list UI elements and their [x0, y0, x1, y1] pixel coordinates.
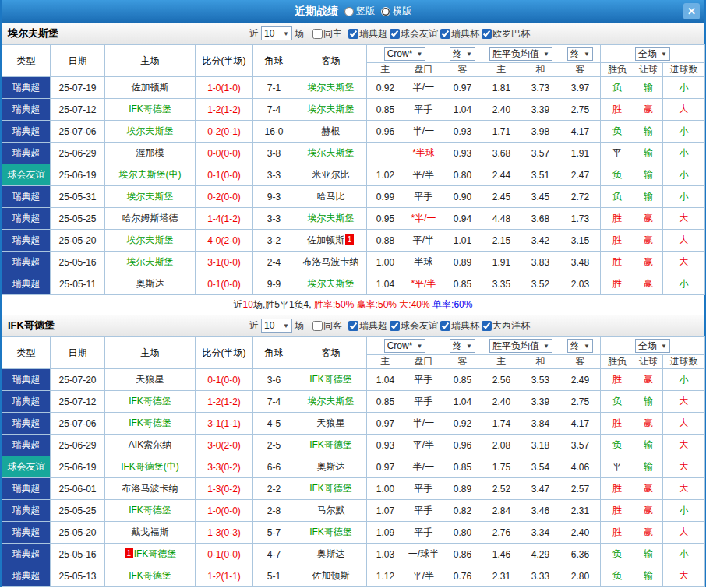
match-row: 瑞典超25-06-01布洛马波卡纳1-3(0-2)2-2IFK哥德堡1.00平手…: [2, 478, 705, 500]
odds-away-cell: 0.97: [443, 77, 482, 99]
match-row: 球会友谊25-06-19IFK哥德堡(中)3-3(0-2)6-6奥斯达0.97半…: [2, 456, 705, 478]
league-filter-2[interactable]: 球会友谊: [390, 27, 438, 40]
handicap-cell: 平/半: [404, 164, 443, 186]
corner-cell: 2-5: [253, 435, 295, 456]
home-team-cell: AIK索尔纳: [105, 435, 196, 456]
chevron-down-icon: ▼: [661, 343, 667, 350]
match-row: 瑞典超25-05-16埃尔夫斯堡3-1(0-0)2-4布洛马波卡纳1.00半球0…: [2, 252, 705, 273]
league-filter-1[interactable]: 瑞典超: [348, 319, 387, 333]
subcol-avg-draw: 和: [521, 355, 560, 369]
corner-cell: 3-3: [253, 208, 295, 230]
handicap-cell: 平手: [404, 99, 443, 121]
avg-home-cell: 2.44: [482, 164, 521, 186]
same-venue-filter[interactable]: 同主: [312, 27, 342, 40]
odds-source-value: Crow*: [387, 48, 413, 59]
subcol-goals-result: 进球数: [663, 355, 705, 369]
section-ifk-goteborg: IFK哥德堡 近 10 ▼ 场 同客 瑞典超 球会友谊: [2, 315, 704, 587]
handicap-cell: *半/一: [404, 208, 443, 230]
home-team-cell: 天狼星: [105, 369, 196, 391]
home-team-name: IFK哥德堡: [129, 417, 171, 428]
league-checkbox-2[interactable]: [390, 321, 400, 331]
match-count-select[interactable]: 10 ▼: [261, 319, 292, 333]
league-filter-2[interactable]: 球会友谊: [390, 319, 438, 333]
league-filter-4[interactable]: 大西洋杯: [482, 319, 530, 333]
scope-header: 全场▼: [601, 45, 705, 63]
date-cell: 25-07-06: [51, 413, 105, 435]
odds-source-select[interactable]: Crow*▼: [384, 339, 426, 353]
league-label-3: 瑞典杯: [451, 27, 479, 40]
league-checkbox-3[interactable]: [440, 321, 450, 331]
corner-cell: 3-3: [253, 164, 295, 186]
avg-odds-header: 胜平负均值▼: [482, 45, 560, 63]
handicap-cell: 平手: [404, 186, 443, 208]
layout-option-vertical[interactable]: 竖版: [344, 5, 375, 18]
league-checkbox-3[interactable]: [440, 29, 450, 39]
corner-cell: 3-2: [253, 230, 295, 252]
odds-final-select[interactable]: 终▼: [450, 47, 475, 61]
competition-cell: 瑞典超: [2, 230, 51, 252]
home-team-name: IFK哥德堡: [134, 548, 177, 559]
avg-away-cell: 2.57: [560, 478, 601, 500]
league-filter-1[interactable]: 瑞典超: [348, 27, 387, 40]
away-team-name: 埃尔夫斯堡: [308, 147, 355, 158]
horizontal-layout-radio[interactable]: [381, 7, 390, 16]
score-cell: 3-3(0-2): [196, 456, 253, 478]
league-filter-3[interactable]: 瑞典杯: [440, 319, 479, 333]
vertical-layout-radio[interactable]: [344, 7, 354, 16]
avg-odds-select[interactable]: 胜平负均值▼: [489, 339, 552, 353]
date-cell: 25-06-29: [51, 143, 105, 164]
match-count-select[interactable]: 10 ▼: [261, 26, 292, 40]
same-venue-checkbox[interactable]: [312, 29, 323, 39]
chevron-down-icon: ▼: [661, 51, 667, 58]
chevron-down-icon: ▼: [543, 51, 549, 58]
odds-final-select[interactable]: 终▼: [450, 339, 475, 353]
home-team-cell: IFK哥德堡: [105, 500, 196, 522]
layout-option-horizontal[interactable]: 横版: [381, 5, 411, 18]
league-checkbox-1[interactable]: [348, 29, 358, 39]
summary-segment: 场,胜5平1负4,: [253, 299, 314, 310]
scope-select[interactable]: 全场▼: [635, 339, 670, 353]
score-cell: 3-0(2-0): [196, 435, 253, 456]
league-checkbox-2[interactable]: [390, 29, 400, 39]
result-goals-cell: 大: [663, 435, 705, 456]
match-row: 瑞典超25-05-31埃尔夫斯堡0-2(0-0)9-3哈马比0.99平手0.90…: [2, 186, 705, 208]
odds-home-cell: 1.00: [367, 252, 404, 273]
odds-source-select[interactable]: Crow*▼: [384, 47, 426, 61]
home-team-cell: IFK哥德堡(中): [105, 456, 196, 478]
avg-home-cell: 2.31: [482, 565, 521, 587]
league-filter-4[interactable]: 欧罗巴杯: [482, 27, 530, 40]
result-goals-cell: 小: [663, 77, 705, 99]
avg-final-select[interactable]: 终▼: [567, 47, 593, 61]
score-cell: 4-0(2-0): [196, 230, 253, 252]
close-button[interactable]: ✕: [683, 3, 700, 19]
result-goals-cell: 大: [663, 413, 705, 435]
away-team-cell: 佐加顿斯: [295, 565, 367, 587]
result-outcome-cell: 胜: [601, 500, 634, 522]
competition-cell: 瑞典超: [2, 413, 51, 435]
avg-home-cell: 1.71: [482, 121, 521, 143]
avg-home-cell: 1.81: [482, 77, 521, 99]
match-row: 瑞典超25-07-19佐加顿斯1-0(1-0)7-1埃尔夫斯堡0.92半/一0.…: [2, 77, 705, 99]
result-outcome-cell: 胜: [601, 273, 634, 295]
avg-draw-cell: 3.39: [521, 99, 560, 121]
away-team-cell: 佐加顿斯1: [295, 230, 367, 252]
league-filter-3[interactable]: 瑞典杯: [440, 27, 479, 40]
avg-final-select[interactable]: 终▼: [567, 339, 593, 353]
same-venue-checkbox[interactable]: [312, 321, 323, 331]
corner-cell: 7-1: [253, 77, 295, 99]
league-checkbox-4[interactable]: [482, 321, 492, 331]
result-outcome-cell: 负: [601, 77, 634, 99]
avg-home-cell: 2.45: [482, 186, 521, 208]
avg-odds-select[interactable]: 胜平负均值▼: [489, 47, 552, 61]
col-home: 主场: [105, 337, 196, 369]
league-checkbox-4[interactable]: [482, 29, 492, 39]
score-cell: 1-2(1-1): [196, 565, 253, 587]
competition-cell: 瑞典超: [2, 391, 51, 413]
away-team-name: 埃尔夫斯堡: [308, 278, 355, 289]
scope-select[interactable]: 全场▼: [635, 47, 670, 61]
home-team-name: 埃尔夫斯堡: [127, 256, 174, 267]
same-venue-filter[interactable]: 同客: [312, 319, 342, 333]
summary-segment: 大:40%: [399, 299, 429, 310]
odds-away-cell: 0.89: [443, 478, 482, 500]
league-checkbox-1[interactable]: [348, 321, 358, 331]
